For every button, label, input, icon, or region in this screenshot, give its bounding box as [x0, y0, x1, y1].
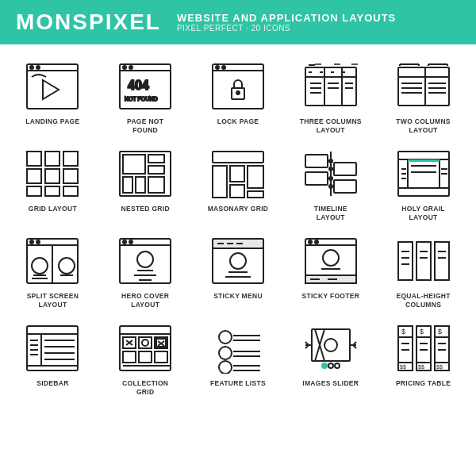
svg-point-2 — [30, 66, 33, 69]
icon-cell-page-not-found: 404 NOT FOUND PAGE NOT FOUND — [99, 52, 192, 140]
svg-rect-45 — [27, 152, 41, 166]
svg-rect-47 — [63, 152, 78, 166]
svg-rect-48 — [27, 169, 41, 183]
nested-grid-icon — [113, 146, 177, 202]
split-screen-icon — [21, 233, 84, 289]
svg-rect-55 — [123, 155, 145, 174]
hero-cover-icon — [113, 233, 177, 289]
masonary-grid-icon — [206, 146, 270, 202]
grid-layout-label: GRID LAYOUT — [29, 205, 77, 213]
holy-grail-label: HOLY GRAIL LAYOUT — [392, 205, 455, 222]
svg-rect-63 — [230, 166, 244, 182]
svg-point-122 — [309, 240, 312, 244]
svg-point-16 — [236, 91, 240, 94]
svg-point-178 — [324, 339, 337, 351]
svg-rect-64 — [230, 185, 244, 198]
svg-text:$$: $$ — [418, 364, 424, 370]
svg-point-77 — [329, 167, 332, 171]
logo: MONSPIXEL — [16, 10, 161, 35]
two-columns-icon — [392, 59, 455, 114]
svg-rect-51 — [27, 186, 41, 196]
icon-cell-equal-height: EQUAL-HEIGHT COLUMNS — [377, 227, 470, 314]
three-columns-label: THREE COLUMNS LAYOUT — [299, 117, 363, 135]
svg-rect-50 — [63, 169, 78, 183]
icon-cell-nested-grid: NESTED GRID — [99, 140, 192, 227]
svg-point-98 — [32, 258, 48, 274]
page-not-found-label: PAGE NOT FOUND — [113, 117, 177, 135]
svg-point-14 — [222, 66, 225, 69]
masonary-grid-label: MASONARY GRID — [208, 205, 269, 213]
svg-text:$: $ — [420, 328, 424, 336]
icon-cell-holy-grail: HOLY GRAIL LAYOUT — [377, 140, 470, 227]
header-subtitle: PIXEL PERFECT · 20 ICONS — [177, 24, 396, 33]
svg-rect-30 — [398, 67, 449, 106]
svg-point-76 — [329, 159, 332, 163]
nested-grid-label: NESTED GRID — [121, 205, 170, 213]
svg-rect-139 — [27, 326, 78, 370]
svg-point-185 — [322, 363, 327, 368]
header: MONSPIXEL WEBSITE AND APPLICATION LAYOUT… — [0, 0, 476, 44]
svg-point-79 — [329, 185, 332, 188]
svg-point-96 — [36, 240, 40, 244]
svg-point-106 — [129, 240, 132, 244]
svg-point-3 — [36, 66, 40, 69]
svg-rect-69 — [334, 163, 356, 175]
svg-text:$$: $$ — [436, 364, 443, 370]
svg-point-7 — [123, 66, 126, 69]
svg-point-187 — [335, 363, 340, 368]
hero-cover-label: HERO COVER LAYOUT — [113, 292, 177, 309]
split-screen-label: SPLIT SCREEN LAYOUT — [21, 292, 84, 309]
svg-rect-53 — [63, 186, 78, 196]
sidebar-icon — [21, 321, 84, 376]
svg-rect-62 — [213, 166, 227, 198]
svg-point-124 — [323, 250, 339, 266]
equal-height-label: EQUAL-HEIGHT COLUMNS — [392, 292, 455, 309]
svg-rect-175 — [312, 329, 350, 361]
icon-cell-timeline-layout: TIMELINE LAYOUT — [284, 140, 377, 227]
svg-point-158 — [142, 340, 148, 346]
icon-cell-hero-cover: HERO COVER LAYOUT — [99, 227, 192, 314]
svg-rect-46 — [45, 152, 60, 166]
svg-text:$: $ — [438, 328, 442, 336]
sticky-footer-icon — [299, 233, 363, 289]
svg-rect-60 — [148, 177, 164, 193]
landing-page-label: LANDING PAGE — [25, 117, 79, 126]
landing-page-icon — [21, 59, 84, 114]
icon-cell-masonary-grid: MASONARY GRID — [192, 140, 285, 227]
page-not-found-icon: 404 NOT FOUND — [113, 59, 177, 114]
svg-rect-68 — [305, 172, 328, 185]
icon-cell-feature-lists: FEATURE LISTS — [192, 314, 285, 401]
svg-rect-17 — [305, 67, 356, 106]
timeline-layout-icon — [299, 146, 363, 202]
svg-text:404: 404 — [128, 79, 149, 92]
svg-rect-56 — [148, 155, 164, 163]
collection-grid-icon — [113, 321, 177, 376]
icon-cell-pricing-table: $ $ $ $$ $$ $$ PRICING TABLE — [377, 314, 470, 401]
icon-cell-two-columns: TWO COLUMNS LAYOUT — [377, 52, 470, 140]
svg-point-123 — [315, 240, 318, 244]
icon-cell-collection-grid: COLLECTION GRID — [99, 314, 192, 401]
svg-rect-52 — [45, 186, 60, 196]
icon-cell-sidebar: SIDEBAR — [6, 314, 99, 401]
icon-cell-sticky-footer: STICKY FOOTER — [284, 227, 377, 314]
feature-lists-label: FEATURE LISTS — [210, 379, 266, 388]
pricing-table-label: PRICING TABLE — [396, 379, 451, 388]
svg-point-13 — [216, 66, 219, 69]
svg-point-78 — [329, 177, 332, 180]
lock-page-icon — [206, 59, 270, 114]
svg-rect-164 — [155, 351, 167, 363]
svg-rect-163 — [139, 351, 152, 363]
svg-rect-59 — [136, 177, 145, 193]
svg-point-169 — [219, 347, 232, 359]
svg-point-166 — [219, 331, 232, 344]
images-slider-label: IMAGES SLIDER — [302, 379, 359, 388]
svg-point-105 — [123, 240, 126, 244]
svg-text:NOT FOUND: NOT FOUND — [125, 96, 157, 102]
svg-text:$$: $$ — [400, 364, 406, 370]
svg-marker-4 — [43, 80, 59, 99]
svg-point-101 — [59, 258, 75, 274]
svg-point-107 — [137, 251, 153, 267]
svg-rect-131 — [435, 242, 449, 280]
svg-rect-65 — [248, 166, 263, 188]
lock-page-label: LOCK PAGE — [217, 117, 259, 126]
